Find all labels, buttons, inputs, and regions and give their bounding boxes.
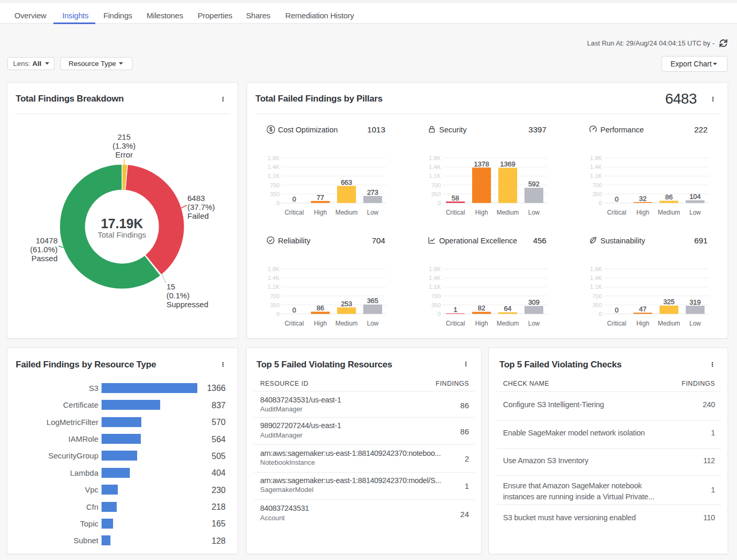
svg-text:700: 700 — [593, 293, 602, 299]
svg-text:1.1K: 1.1K — [267, 173, 280, 179]
svg-text:1.4K: 1.4K — [267, 275, 280, 281]
svg-text:309: 309 — [528, 298, 540, 306]
svg-text:1.8K: 1.8K — [590, 266, 602, 272]
svg-text:Low: Low — [689, 209, 701, 216]
svg-text:700: 700 — [270, 293, 280, 299]
svg-text:1378: 1378 — [474, 160, 489, 168]
svg-text:0: 0 — [292, 195, 296, 203]
svg-text:0: 0 — [615, 195, 618, 203]
svg-text:Medium: Medium — [497, 209, 519, 216]
svg-text:Medium: Medium — [658, 209, 680, 216]
svg-text:$: $ — [270, 126, 273, 132]
svg-text:1.1K: 1.1K — [429, 284, 441, 290]
svg-text:1.8K: 1.8K — [429, 155, 441, 161]
svg-text:Medium: Medium — [336, 320, 358, 327]
svg-text:Low: Low — [528, 209, 540, 216]
svg-text:1.4K: 1.4K — [590, 275, 602, 281]
svg-text:1.1K: 1.1K — [590, 284, 602, 290]
svg-text:Critical: Critical — [285, 320, 304, 327]
svg-text:700: 700 — [270, 182, 280, 188]
svg-text:663: 663 — [341, 178, 352, 186]
svg-text:592: 592 — [528, 180, 540, 188]
svg-text:Critical: Critical — [607, 209, 627, 216]
svg-text:700: 700 — [593, 182, 602, 188]
svg-text:350: 350 — [270, 191, 280, 197]
svg-text:350: 350 — [593, 191, 602, 197]
svg-text:64: 64 — [504, 305, 511, 312]
svg-text:High: High — [636, 209, 650, 216]
svg-text:0: 0 — [599, 311, 602, 317]
svg-text:Medium: Medium — [658, 320, 680, 327]
svg-text:350: 350 — [593, 302, 602, 308]
svg-text:Low: Low — [689, 320, 701, 327]
svg-text:350: 350 — [270, 302, 280, 308]
svg-text:1.1K: 1.1K — [590, 173, 602, 179]
svg-text:350: 350 — [431, 302, 441, 308]
svg-text:1.4K: 1.4K — [429, 275, 441, 281]
svg-text:77: 77 — [317, 194, 324, 201]
svg-text:350: 350 — [431, 191, 441, 197]
svg-text:Low: Low — [528, 320, 540, 327]
svg-text:0: 0 — [292, 306, 296, 314]
svg-text:High: High — [314, 209, 327, 216]
svg-text:1.4K: 1.4K — [590, 164, 602, 170]
svg-text:Critical: Critical — [446, 320, 465, 327]
svg-text:273: 273 — [367, 188, 378, 196]
svg-text:0: 0 — [276, 200, 280, 206]
svg-text:1.1K: 1.1K — [429, 173, 441, 179]
svg-text:104: 104 — [689, 193, 701, 200]
svg-text:Medium: Medium — [497, 320, 519, 327]
svg-text:1.4K: 1.4K — [429, 164, 441, 170]
svg-text:58: 58 — [452, 194, 459, 202]
svg-text:82: 82 — [478, 304, 485, 312]
svg-text:1: 1 — [453, 306, 457, 313]
svg-text:Low: Low — [367, 209, 378, 216]
svg-text:Medium: Medium — [336, 209, 358, 216]
svg-text:Critical: Critical — [446, 209, 465, 216]
svg-text:1.8K: 1.8K — [590, 155, 602, 161]
svg-text:1.8K: 1.8K — [429, 266, 441, 272]
svg-text:32: 32 — [639, 195, 646, 203]
svg-text:325: 325 — [663, 298, 675, 306]
svg-text:0: 0 — [438, 311, 441, 317]
svg-text:0: 0 — [599, 200, 602, 206]
svg-text:1.8K: 1.8K — [267, 266, 280, 272]
svg-text:1.8K: 1.8K — [267, 155, 280, 161]
svg-text:700: 700 — [431, 293, 441, 299]
svg-text:Critical: Critical — [607, 320, 627, 327]
svg-text:700: 700 — [431, 182, 441, 188]
svg-text:High: High — [636, 320, 650, 327]
svg-text:Critical: Critical — [285, 209, 304, 216]
svg-text:1.1K: 1.1K — [267, 284, 280, 290]
svg-text:High: High — [475, 209, 488, 216]
svg-text:47: 47 — [639, 305, 646, 313]
svg-text:86: 86 — [317, 304, 324, 312]
svg-text:Low: Low — [367, 320, 378, 327]
svg-text:319: 319 — [689, 298, 701, 306]
svg-text:86: 86 — [665, 193, 673, 201]
svg-text:0: 0 — [438, 200, 441, 206]
svg-text:1.4K: 1.4K — [267, 164, 280, 170]
svg-text:253: 253 — [341, 300, 352, 308]
svg-text:0: 0 — [615, 306, 618, 314]
svg-text:0: 0 — [276, 311, 280, 317]
svg-text:High: High — [314, 320, 327, 327]
svg-text:High: High — [475, 320, 488, 327]
svg-text:1369: 1369 — [500, 160, 516, 168]
svg-text:365: 365 — [367, 297, 378, 305]
